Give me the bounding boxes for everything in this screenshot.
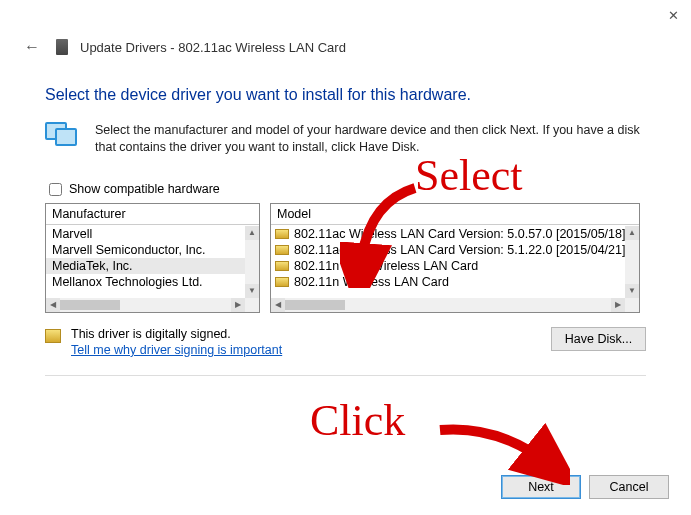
page-heading: Select the device driver you want to ins… <box>45 86 646 104</box>
model-item-label: 802.11ac Wireless LAN Card Version: 5.0.… <box>294 227 625 241</box>
scroll-corner <box>625 298 639 312</box>
close-icon[interactable]: ✕ <box>663 5 683 25</box>
device-icon <box>56 39 68 55</box>
driver-signing-link[interactable]: Tell me why driver signing is important <box>71 343 282 357</box>
instruction-row: Select the manufacturer and model of you… <box>45 122 646 156</box>
scroll-down-icon[interactable]: ▼ <box>625 284 639 298</box>
model-header: Model <box>271 204 639 225</box>
manufacturer-item[interactable]: Mellanox Technologies Ltd. <box>46 274 245 290</box>
manufacturer-listbox[interactable]: Manufacturer Marvell Marvell Semiconduct… <box>45 203 260 313</box>
window-title: Update Drivers - 802.11ac Wireless LAN C… <box>80 40 346 55</box>
network-card-icon <box>275 245 289 255</box>
manufacturer-item[interactable]: MediaTek, Inc. <box>46 258 245 274</box>
model-item-label: 802.11ac Wireless LAN Card Version: 5.1.… <box>294 243 625 257</box>
show-compatible-label: Show compatible hardware <box>69 182 220 196</box>
scroll-right-icon[interactable]: ▶ <box>611 298 625 312</box>
titlebar: ✕ <box>0 0 691 30</box>
model-item[interactable]: 802.11n USB Wireless LAN Card <box>271 258 625 274</box>
scroll-right-icon[interactable]: ▶ <box>231 298 245 312</box>
model-item[interactable]: 802.11n Wireless LAN Card <box>271 274 625 290</box>
model-listbox[interactable]: Model 802.11ac Wireless LAN Card Version… <box>270 203 640 313</box>
have-disk-button[interactable]: Have Disk... <box>551 327 646 351</box>
model-hscrollbar[interactable]: ◀ ▶ <box>271 298 625 312</box>
model-item-label: 802.11n Wireless LAN Card <box>294 275 449 289</box>
manufacturer-list-body[interactable]: Marvell Marvell Semiconductor, Inc. Medi… <box>46 226 245 298</box>
model-vscrollbar[interactable]: ▲ ▼ <box>625 226 639 298</box>
manufacturer-vscrollbar[interactable]: ▲ ▼ <box>245 226 259 298</box>
scroll-left-icon[interactable]: ◀ <box>271 298 285 312</box>
scroll-thumb[interactable] <box>60 300 120 310</box>
manufacturer-item[interactable]: Marvell Semiconductor, Inc. <box>46 242 245 258</box>
manufacturer-header: Manufacturer <box>46 204 259 225</box>
scroll-left-icon[interactable]: ◀ <box>46 298 60 312</box>
back-arrow-icon[interactable]: ← <box>20 36 44 58</box>
dialog-buttons: Next Cancel <box>501 475 669 499</box>
header: ← Update Drivers - 802.11ac Wireless LAN… <box>0 30 691 68</box>
next-button[interactable]: Next <box>501 475 581 499</box>
scroll-corner <box>245 298 259 312</box>
signed-status-text: This driver is digitally signed. <box>71 327 282 341</box>
scroll-up-icon[interactable]: ▲ <box>625 226 639 240</box>
computer-icon <box>45 122 81 152</box>
model-item[interactable]: 802.11ac Wireless LAN Card Version: 5.1.… <box>271 242 625 258</box>
scroll-down-icon[interactable]: ▼ <box>245 284 259 298</box>
cancel-button[interactable]: Cancel <box>589 475 669 499</box>
annotation-click-label: Click <box>310 395 405 446</box>
instruction-text: Select the manufacturer and model of you… <box>95 122 646 156</box>
certificate-icon <box>45 329 61 343</box>
scroll-thumb[interactable] <box>285 300 345 310</box>
network-card-icon <box>275 261 289 271</box>
manufacturer-item[interactable]: Marvell <box>46 226 245 242</box>
network-card-icon <box>275 229 289 239</box>
model-list-body[interactable]: 802.11ac Wireless LAN Card Version: 5.0.… <box>271 226 625 298</box>
annotation-select-label: Select <box>415 150 523 201</box>
scroll-up-icon[interactable]: ▲ <box>245 226 259 240</box>
model-item[interactable]: 802.11ac Wireless LAN Card Version: 5.0.… <box>271 226 625 242</box>
network-card-icon <box>275 277 289 287</box>
separator <box>45 375 646 376</box>
model-item-label: 802.11n USB Wireless LAN Card <box>294 259 478 273</box>
show-compatible-checkbox-input[interactable] <box>49 183 62 196</box>
manufacturer-hscrollbar[interactable]: ◀ ▶ <box>46 298 245 312</box>
show-compatible-checkbox[interactable]: Show compatible hardware <box>45 180 646 199</box>
